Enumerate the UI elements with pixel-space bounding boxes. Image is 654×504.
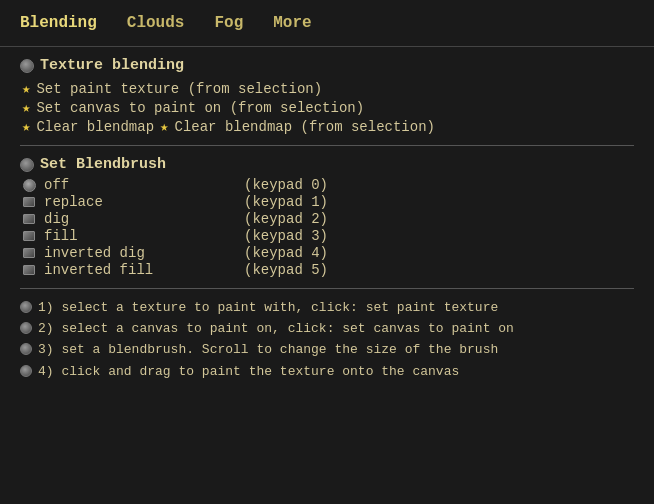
clear-blendmap-row: ★ Clear blendmap ★ Clear blendmap (from … bbox=[22, 118, 634, 135]
clear-blendmap-selection-label[interactable]: Clear blendmap (from selection) bbox=[175, 119, 435, 135]
brush-icon-inverted-dig bbox=[20, 246, 38, 260]
blendbrush-title: Set Blendbrush bbox=[20, 156, 634, 173]
brush-keypad-dig: (keypad 2) bbox=[244, 211, 328, 227]
brush-item-off[interactable]: off (keypad 0) bbox=[20, 177, 634, 193]
divider-2 bbox=[20, 288, 634, 289]
star-icon-1: ★ bbox=[22, 80, 30, 97]
square-icon-fill bbox=[23, 231, 35, 241]
clear-blendmap-label[interactable]: Clear blendmap bbox=[36, 119, 154, 135]
divider-1 bbox=[20, 145, 634, 146]
brush-item-fill[interactable]: fill (keypad 3) bbox=[20, 228, 634, 244]
brush-item-inverted-dig[interactable]: inverted dig (keypad 4) bbox=[20, 245, 634, 261]
tab-fog[interactable]: Fog bbox=[214, 14, 243, 32]
brush-label-fill: fill bbox=[44, 228, 244, 244]
header: Blending Clouds Fog More bbox=[0, 0, 654, 47]
square-icon-inverted-fill bbox=[23, 265, 35, 275]
star-icon-2: ★ bbox=[22, 99, 30, 116]
blendbrush-section: Set Blendbrush off (keypad 0) replace (k… bbox=[20, 156, 634, 278]
texture-blending-section: Texture blending ★ Set paint texture (fr… bbox=[20, 57, 634, 135]
instruction-2: 2) select a canvas to paint on, click: s… bbox=[20, 320, 634, 338]
brush-icon-dig bbox=[20, 212, 38, 226]
instruction-4: 4) click and drag to paint the texture o… bbox=[20, 363, 634, 381]
brush-label-inverted-dig: inverted dig bbox=[44, 245, 244, 261]
brush-keypad-inverted-fill: (keypad 5) bbox=[244, 262, 328, 278]
brush-label-inverted-fill: inverted fill bbox=[44, 262, 244, 278]
instruction-bullet-2 bbox=[20, 322, 32, 334]
set-canvas-item[interactable]: ★ Set canvas to paint on (from selection… bbox=[22, 99, 634, 116]
star-icon-4: ★ bbox=[160, 118, 168, 135]
main-content: Texture blending ★ Set paint texture (fr… bbox=[0, 47, 654, 394]
brush-label-off: off bbox=[44, 177, 244, 193]
brush-label-dig: dig bbox=[44, 211, 244, 227]
texture-blending-icon bbox=[20, 59, 34, 73]
square-icon-replace bbox=[23, 197, 35, 207]
instructions-section: 1) select a texture to paint with, click… bbox=[20, 299, 634, 381]
blendbrush-icon bbox=[20, 158, 34, 172]
brush-item-dig[interactable]: dig (keypad 2) bbox=[20, 211, 634, 227]
brush-icon-fill bbox=[20, 229, 38, 243]
square-icon-inverted-dig bbox=[23, 248, 35, 258]
brush-keypad-off: (keypad 0) bbox=[244, 177, 328, 193]
brush-keypad-fill: (keypad 3) bbox=[244, 228, 328, 244]
square-icon-dig bbox=[23, 214, 35, 224]
instruction-1: 1) select a texture to paint with, click… bbox=[20, 299, 634, 317]
instruction-bullet-1 bbox=[20, 301, 32, 313]
instruction-bullet-3 bbox=[20, 343, 32, 355]
brush-keypad-inverted-dig: (keypad 4) bbox=[244, 245, 328, 261]
tab-more[interactable]: More bbox=[273, 14, 311, 32]
tab-blending[interactable]: Blending bbox=[20, 14, 97, 32]
tab-clouds[interactable]: Clouds bbox=[127, 14, 185, 32]
star-icon-3: ★ bbox=[22, 118, 30, 135]
set-paint-texture-item[interactable]: ★ Set paint texture (from selection) bbox=[22, 80, 634, 97]
brush-icon-off bbox=[20, 178, 38, 192]
instruction-bullet-4 bbox=[20, 365, 32, 377]
brush-item-replace[interactable]: replace (keypad 1) bbox=[20, 194, 634, 210]
texture-blending-title: Texture blending bbox=[20, 57, 634, 74]
brush-keypad-replace: (keypad 1) bbox=[244, 194, 328, 210]
brush-icon-inverted-fill bbox=[20, 263, 38, 277]
circle-icon bbox=[23, 179, 36, 192]
instruction-3: 3) set a blendbrush. Scroll to change th… bbox=[20, 341, 634, 359]
brush-label-replace: replace bbox=[44, 194, 244, 210]
brush-icon-replace bbox=[20, 195, 38, 209]
brush-item-inverted-fill[interactable]: inverted fill (keypad 5) bbox=[20, 262, 634, 278]
